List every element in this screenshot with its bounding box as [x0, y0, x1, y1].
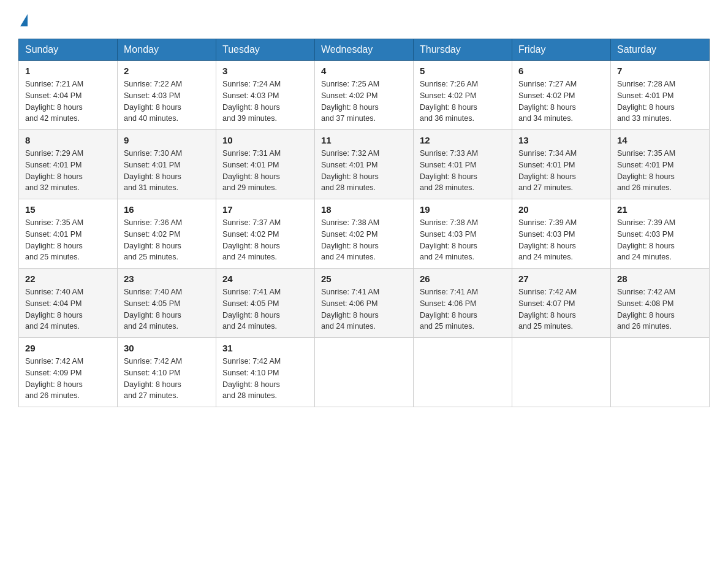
day-info: Sunrise: 7:25 AMSunset: 4:02 PMDaylight:… [321, 80, 379, 123]
day-info: Sunrise: 7:35 AMSunset: 4:01 PMDaylight:… [25, 218, 83, 261]
day-info: Sunrise: 7:22 AMSunset: 4:03 PMDaylight:… [124, 80, 182, 123]
calendar-cell: 12 Sunrise: 7:33 AMSunset: 4:01 PMDaylig… [414, 130, 512, 199]
day-info: Sunrise: 7:42 AMSunset: 4:08 PMDaylight:… [617, 288, 675, 331]
day-number: 29 [25, 343, 111, 353]
calendar-cell: 2 Sunrise: 7:22 AMSunset: 4:03 PMDayligh… [118, 61, 216, 130]
calendar-week-row: 1 Sunrise: 7:21 AMSunset: 4:04 PMDayligh… [19, 61, 710, 130]
calendar-cell: 27 Sunrise: 7:42 AMSunset: 4:07 PMDaylig… [512, 269, 611, 338]
calendar-cell: 23 Sunrise: 7:40 AMSunset: 4:05 PMDaylig… [118, 269, 216, 338]
day-number: 17 [222, 204, 308, 215]
day-of-week-header: Wednesday [315, 39, 414, 61]
day-info: Sunrise: 7:41 AMSunset: 4:06 PMDaylight:… [420, 288, 478, 331]
day-info: Sunrise: 7:33 AMSunset: 4:01 PMDaylight:… [420, 149, 478, 192]
day-info: Sunrise: 7:40 AMSunset: 4:04 PMDaylight:… [25, 288, 83, 331]
calendar-week-row: 22 Sunrise: 7:40 AMSunset: 4:04 PMDaylig… [19, 269, 710, 338]
calendar-cell: 17 Sunrise: 7:37 AMSunset: 4:02 PMDaylig… [216, 199, 315, 269]
day-info: Sunrise: 7:42 AMSunset: 4:10 PMDaylight:… [124, 357, 182, 400]
page-header [18, 12, 710, 28]
calendar-cell: 28 Sunrise: 7:42 AMSunset: 4:08 PMDaylig… [611, 269, 710, 338]
day-info: Sunrise: 7:39 AMSunset: 4:03 PMDaylight:… [617, 218, 675, 261]
day-info: Sunrise: 7:24 AMSunset: 4:03 PMDaylight:… [222, 80, 281, 123]
day-info: Sunrise: 7:26 AMSunset: 4:02 PMDaylight:… [420, 80, 478, 123]
day-number: 5 [420, 66, 506, 76]
day-number: 20 [518, 204, 604, 215]
day-number: 16 [124, 204, 210, 215]
day-of-week-header: Sunday [19, 39, 118, 61]
day-info: Sunrise: 7:42 AMSunset: 4:07 PMDaylight:… [518, 288, 577, 331]
calendar-cell: 9 Sunrise: 7:30 AMSunset: 4:01 PMDayligh… [118, 130, 216, 199]
calendar-cell: 11 Sunrise: 7:32 AMSunset: 4:01 PMDaylig… [315, 130, 414, 199]
calendar-cell: 7 Sunrise: 7:28 AMSunset: 4:01 PMDayligh… [611, 61, 710, 130]
day-info: Sunrise: 7:41 AMSunset: 4:05 PMDaylight:… [222, 288, 281, 331]
day-info: Sunrise: 7:29 AMSunset: 4:01 PMDaylight:… [25, 149, 83, 192]
calendar-cell: 19 Sunrise: 7:38 AMSunset: 4:03 PMDaylig… [414, 199, 512, 269]
calendar-week-row: 29 Sunrise: 7:42 AMSunset: 4:09 PMDaylig… [19, 338, 710, 407]
calendar-cell: 13 Sunrise: 7:34 AMSunset: 4:01 PMDaylig… [512, 130, 611, 199]
day-number: 21 [617, 204, 703, 215]
calendar-week-row: 15 Sunrise: 7:35 AMSunset: 4:01 PMDaylig… [19, 199, 710, 269]
day-number: 10 [222, 135, 308, 145]
day-number: 26 [420, 274, 506, 284]
calendar-cell: 20 Sunrise: 7:39 AMSunset: 4:03 PMDaylig… [512, 199, 611, 269]
day-number: 14 [617, 135, 703, 145]
day-info: Sunrise: 7:30 AMSunset: 4:01 PMDaylight:… [124, 149, 182, 192]
day-of-week-header: Thursday [414, 39, 512, 61]
day-number: 30 [124, 343, 210, 353]
day-number: 4 [321, 66, 407, 76]
calendar-table: SundayMondayTuesdayWednesdayThursdayFrid… [18, 39, 710, 407]
calendar-cell: 3 Sunrise: 7:24 AMSunset: 4:03 PMDayligh… [216, 61, 315, 130]
day-info: Sunrise: 7:42 AMSunset: 4:10 PMDaylight:… [222, 357, 281, 400]
day-of-week-header: Monday [118, 39, 216, 61]
calendar-cell: 22 Sunrise: 7:40 AMSunset: 4:04 PMDaylig… [19, 269, 118, 338]
day-info: Sunrise: 7:21 AMSunset: 4:04 PMDaylight:… [25, 80, 83, 123]
calendar-cell [512, 338, 611, 407]
calendar-cell: 4 Sunrise: 7:25 AMSunset: 4:02 PMDayligh… [315, 61, 414, 130]
day-of-week-header: Tuesday [216, 39, 315, 61]
day-number: 15 [25, 204, 111, 215]
day-number: 9 [124, 135, 210, 145]
day-number: 19 [420, 204, 506, 215]
day-info: Sunrise: 7:34 AMSunset: 4:01 PMDaylight:… [518, 149, 577, 192]
calendar-cell: 24 Sunrise: 7:41 AMSunset: 4:05 PMDaylig… [216, 269, 315, 338]
day-number: 23 [124, 274, 210, 284]
calendar-cell: 1 Sunrise: 7:21 AMSunset: 4:04 PMDayligh… [19, 61, 118, 130]
calendar-cell: 8 Sunrise: 7:29 AMSunset: 4:01 PMDayligh… [19, 130, 118, 199]
calendar-week-row: 8 Sunrise: 7:29 AMSunset: 4:01 PMDayligh… [19, 130, 710, 199]
day-number: 13 [518, 135, 604, 145]
day-number: 1 [25, 66, 111, 76]
logo [18, 12, 28, 28]
day-number: 7 [617, 66, 703, 76]
day-info: Sunrise: 7:28 AMSunset: 4:01 PMDaylight:… [617, 80, 675, 123]
day-number: 27 [518, 274, 604, 284]
calendar-cell: 31 Sunrise: 7:42 AMSunset: 4:10 PMDaylig… [216, 338, 315, 407]
logo-triangle-icon [20, 14, 28, 26]
day-of-week-header: Friday [512, 39, 611, 61]
day-number: 22 [25, 274, 111, 284]
day-info: Sunrise: 7:42 AMSunset: 4:09 PMDaylight:… [25, 357, 83, 400]
calendar-cell: 21 Sunrise: 7:39 AMSunset: 4:03 PMDaylig… [611, 199, 710, 269]
calendar-cell: 26 Sunrise: 7:41 AMSunset: 4:06 PMDaylig… [414, 269, 512, 338]
calendar-cell: 29 Sunrise: 7:42 AMSunset: 4:09 PMDaylig… [19, 338, 118, 407]
calendar-cell: 15 Sunrise: 7:35 AMSunset: 4:01 PMDaylig… [19, 199, 118, 269]
day-number: 12 [420, 135, 506, 145]
day-info: Sunrise: 7:40 AMSunset: 4:05 PMDaylight:… [124, 288, 182, 331]
day-number: 31 [222, 343, 308, 353]
day-info: Sunrise: 7:39 AMSunset: 4:03 PMDaylight:… [518, 218, 577, 261]
day-of-week-header: Saturday [611, 39, 710, 61]
day-info: Sunrise: 7:31 AMSunset: 4:01 PMDaylight:… [222, 149, 281, 192]
day-number: 6 [518, 66, 604, 76]
day-info: Sunrise: 7:27 AMSunset: 4:02 PMDaylight:… [518, 80, 577, 123]
day-number: 28 [617, 274, 703, 284]
day-number: 25 [321, 274, 407, 284]
day-info: Sunrise: 7:38 AMSunset: 4:02 PMDaylight:… [321, 218, 379, 261]
calendar-cell [611, 338, 710, 407]
day-info: Sunrise: 7:35 AMSunset: 4:01 PMDaylight:… [617, 149, 675, 192]
day-number: 18 [321, 204, 407, 215]
day-number: 3 [222, 66, 308, 76]
calendar-cell: 14 Sunrise: 7:35 AMSunset: 4:01 PMDaylig… [611, 130, 710, 199]
day-number: 11 [321, 135, 407, 145]
calendar-cell: 6 Sunrise: 7:27 AMSunset: 4:02 PMDayligh… [512, 61, 611, 130]
calendar-cell: 25 Sunrise: 7:41 AMSunset: 4:06 PMDaylig… [315, 269, 414, 338]
calendar-cell: 5 Sunrise: 7:26 AMSunset: 4:02 PMDayligh… [414, 61, 512, 130]
calendar-header-row: SundayMondayTuesdayWednesdayThursdayFrid… [19, 39, 710, 61]
